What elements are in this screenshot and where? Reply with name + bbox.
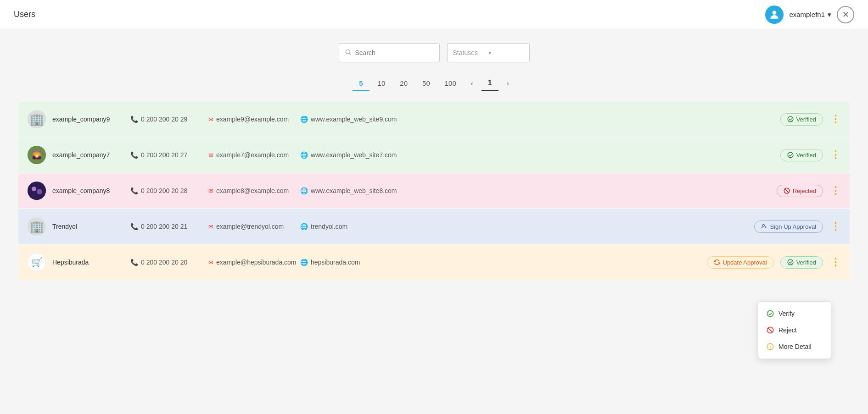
email-icon: ✉ — [208, 116, 213, 123]
phone-number: 0 200 200 20 29 — [141, 116, 187, 123]
svg-line-11 — [785, 189, 789, 193]
username-button[interactable]: examplefn1 ▾ — [789, 11, 831, 19]
status-badge: Verified — [780, 113, 823, 126]
svg-point-1 — [346, 50, 350, 54]
status-area: Verified — [685, 113, 823, 126]
context-menu: Verify Reject i More Detail — [758, 301, 831, 359]
page-size-50[interactable]: 50 — [416, 77, 437, 91]
svg-text:🛒: 🛒 — [31, 257, 43, 268]
website-url: www.example_web_site9.com — [311, 116, 397, 123]
web-icon: 🌐 — [300, 151, 308, 159]
phone-icon: 📞 — [130, 259, 138, 266]
email: ✉ example@trendyol.com — [208, 223, 300, 230]
search-area: Statuses ▾ — [18, 43, 850, 62]
phone: 📞 0 200 200 20 21 — [130, 223, 208, 230]
phone: 📞 0 200 200 20 29 — [130, 116, 208, 123]
status-area: Sign Up Approval — [685, 221, 823, 233]
email-address: example@hepsiburada.com — [216, 259, 297, 266]
svg-point-12 — [762, 225, 764, 226]
email-address: example@trendyol.com — [216, 223, 284, 230]
email: ✉ example7@example.com — [208, 151, 300, 159]
context-verify-label: Verify — [778, 310, 795, 317]
website-url: trendyol.com — [311, 223, 347, 230]
status-label-update: Update Approval — [723, 259, 767, 266]
username-label: examplefn1 — [789, 11, 825, 18]
phone-number: 0 200 200 20 27 — [141, 151, 187, 159]
chevron-down-icon: ▾ — [488, 50, 524, 56]
phone-icon: 📞 — [130, 187, 138, 194]
phone-number: 0 200 200 20 21 — [141, 223, 187, 230]
prev-page[interactable]: ‹ — [465, 77, 480, 91]
phone: 📞 0 200 200 20 28 — [130, 187, 208, 194]
company-name: example_company8 — [52, 187, 130, 194]
email: ✉ example@hepsiburada.com — [208, 259, 300, 266]
table-row: 🏢 Trendyol 📞 0 200 200 20 21 ✉ example@t… — [18, 209, 850, 244]
email-address: example7@example.com — [216, 151, 289, 159]
search-input[interactable] — [355, 49, 434, 56]
statuses-label: Statuses — [453, 49, 488, 56]
page-size-10[interactable]: 10 — [371, 77, 392, 91]
search-icon — [345, 49, 352, 57]
svg-point-0 — [773, 11, 777, 15]
email-icon: ✉ — [208, 223, 213, 230]
svg-point-8 — [32, 187, 36, 191]
status-badge-update: Update Approval — [707, 256, 774, 269]
email: ✉ example8@example.com — [208, 187, 300, 194]
website-url: hepsiburada.com — [311, 259, 360, 266]
close-button[interactable]: ✕ — [837, 6, 854, 23]
current-page: 1 — [482, 76, 498, 91]
status-label-verified: Verified — [796, 259, 816, 266]
statuses-dropdown[interactable]: Statuses ▾ — [447, 43, 530, 62]
table-row: 🛒 Hepsiburada 📞 0 200 200 20 20 ✉ exampl… — [18, 245, 850, 280]
website-url: www.example_web_site8.com — [311, 187, 397, 194]
status-area: Update Approval Verified — [685, 256, 823, 269]
phone-icon: 📞 — [130, 151, 138, 159]
website: 🌐 www.example_web_site9.com — [300, 116, 685, 123]
page-size-5[interactable]: 5 — [353, 77, 369, 91]
table-row: 🌄 example_company7 📞 0 200 200 20 27 ✉ e… — [18, 138, 850, 172]
next-page[interactable]: › — [500, 77, 515, 91]
status-badge: Rejected — [777, 185, 823, 197]
table-row: 🏢 example_company9 📞 0 200 200 20 29 ✉ e… — [18, 102, 850, 137]
svg-point-15 — [788, 259, 793, 265]
svg-point-6 — [788, 152, 793, 158]
context-detail[interactable]: i More Detail — [758, 338, 831, 355]
company-logo — [28, 182, 46, 200]
phone-number: 0 200 200 20 28 — [141, 187, 187, 194]
web-icon: 🌐 — [300, 223, 308, 230]
email-icon: ✉ — [208, 259, 213, 266]
svg-line-18 — [768, 328, 772, 332]
company-logo: 🏢 — [28, 217, 46, 236]
context-reject-label: Reject — [778, 326, 797, 334]
chevron-down-icon: ▾ — [828, 11, 831, 19]
more-options-button[interactable]: ⋮ — [830, 221, 840, 232]
website-url: www.example_web_site7.com — [311, 151, 397, 159]
status-area: Verified — [685, 149, 823, 161]
phone: 📞 0 200 200 20 20 — [130, 259, 208, 266]
website: 🌐 trendyol.com — [300, 223, 685, 230]
context-verify[interactable]: Verify — [758, 305, 831, 322]
svg-point-7 — [28, 182, 46, 200]
pagination: 5 10 20 50 100 ‹ 1 › — [18, 76, 850, 91]
table-row: example_company8 📞 0 200 200 20 28 ✉ exa… — [18, 173, 850, 208]
email: ✉ example9@example.com — [208, 116, 300, 123]
more-options-button[interactable]: ⋮ — [830, 185, 840, 197]
page-size-20[interactable]: 20 — [393, 77, 414, 91]
status-label: Sign Up Approval — [770, 223, 816, 230]
email-icon: ✉ — [208, 152, 213, 159]
web-icon: 🌐 — [300, 259, 308, 266]
svg-point-9 — [37, 189, 42, 194]
website: 🌐 hepsiburada.com — [300, 259, 685, 266]
page-size-100[interactable]: 100 — [438, 77, 463, 91]
more-options-button[interactable]: ⋮ — [830, 113, 840, 125]
context-detail-label: More Detail — [778, 343, 812, 350]
more-options-button[interactable]: ⋮ — [830, 256, 840, 268]
company-name: example_company7 — [52, 151, 130, 159]
company-name: Trendyol — [52, 223, 130, 230]
svg-line-2 — [349, 53, 351, 55]
svg-point-16 — [767, 310, 773, 316]
status-badge-verified: Verified — [780, 256, 823, 269]
more-options-button[interactable]: ⋮ — [830, 149, 840, 161]
context-reject[interactable]: Reject — [758, 322, 831, 338]
header-right: examplefn1 ▾ ✕ — [765, 6, 854, 24]
